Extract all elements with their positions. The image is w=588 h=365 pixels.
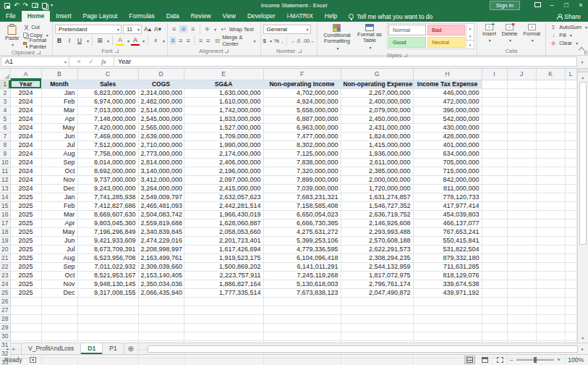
cell-G19[interactable]: 2,570,608,188	[341, 236, 413, 245]
cell-F23[interactable]: 7,245,119,268	[263, 271, 341, 280]
cell-G27[interactable]	[341, 306, 413, 314]
cell-J14[interactable]	[507, 193, 536, 201]
cell-I13[interactable]	[482, 184, 507, 193]
cell-H27[interactable]	[413, 306, 482, 314]
cell-A27[interactable]	[10, 306, 41, 314]
cell-D8[interactable]: 2,710,000,000	[138, 140, 184, 149]
row-header-21[interactable]: 21	[0, 253, 10, 262]
dialog-launcher-icon[interactable]	[115, 49, 119, 53]
cell-K11[interactable]	[536, 167, 565, 175]
cell-E2[interactable]: 1,630,000,000	[184, 88, 263, 97]
cell-K1[interactable]	[536, 80, 565, 88]
cell-A23[interactable]: 2025	[10, 271, 41, 280]
cell-J6[interactable]	[507, 123, 536, 132]
cell-F1[interactable]: Non-operating Income	[263, 80, 341, 88]
cell-G33[interactable]	[341, 358, 413, 365]
cell-K3[interactable]	[536, 97, 565, 106]
cell-A19[interactable]: 2025	[10, 236, 41, 245]
cell-L27[interactable]	[565, 306, 576, 314]
shrink-font-button[interactable]: A▾	[153, 25, 162, 34]
row-header-10[interactable]: 10	[0, 158, 10, 167]
cell-E28[interactable]	[184, 314, 263, 323]
cell-C20[interactable]: 8,673,709,391	[77, 245, 138, 253]
ribbon-tab-developer[interactable]: Developer	[242, 11, 281, 22]
cell-F2[interactable]: 4,702,000,000	[263, 88, 341, 97]
select-all-corner[interactable]	[0, 69, 10, 80]
cell-F4[interactable]: 5,658,000,000	[263, 106, 341, 114]
cell-H21[interactable]: 879,332,180	[413, 253, 482, 262]
cell-C14[interactable]: 7,741,285,938	[77, 193, 138, 201]
cell-L14[interactable]	[565, 193, 576, 201]
column-header-F[interactable]: F	[263, 69, 341, 80]
cell-A10[interactable]: 2024	[10, 158, 41, 167]
cell-D13[interactable]: 3,264,000,000	[138, 184, 184, 193]
top-align-icon[interactable]: ≡	[170, 25, 178, 33]
cell-K15[interactable]	[536, 201, 565, 210]
align-right-icon[interactable]: ≡	[185, 37, 191, 44]
cell-L5[interactable]	[565, 114, 576, 123]
sheet-tab-p1[interactable]: P1	[103, 343, 124, 354]
cell-E13[interactable]: 2,415,000,000	[184, 184, 263, 193]
cell-A26[interactable]	[10, 297, 41, 306]
format-as-table-button[interactable]: Format as Table	[354, 23, 385, 51]
cell-J11[interactable]	[507, 167, 536, 175]
cell-A14[interactable]: 2025	[10, 193, 41, 201]
gallery-up-icon[interactable]: ▴	[466, 24, 474, 32]
cell-L30[interactable]	[565, 332, 576, 340]
cell-I30[interactable]	[482, 332, 507, 340]
cell-G26[interactable]	[341, 297, 413, 306]
cell-L4[interactable]	[565, 106, 576, 114]
cell-F20[interactable]: 4,779,336,595	[263, 245, 341, 253]
scroll-down-icon[interactable]: ▾	[578, 333, 588, 343]
cell-E25[interactable]: 1,777,335,514	[184, 288, 263, 297]
cell-I29[interactable]	[482, 323, 507, 332]
cell-C18[interactable]: 7,196,296,849	[77, 227, 138, 236]
cell-K2[interactable]	[536, 88, 565, 97]
dialog-launcher-icon[interactable]	[37, 51, 41, 54]
cell-F28[interactable]	[263, 314, 341, 323]
row-header-8[interactable]: 8	[0, 140, 10, 149]
cell-C17[interactable]: 9,803,045,360	[77, 219, 138, 227]
row-header-17[interactable]: 17	[0, 219, 10, 227]
cell-B12[interactable]: Nov	[41, 175, 77, 184]
cell-A29[interactable]	[10, 323, 41, 332]
macro-record-icon[interactable]	[30, 357, 36, 363]
cell-A28[interactable]	[10, 314, 41, 323]
cell-B14[interactable]: Jan	[41, 193, 77, 201]
cell-H13[interactable]: 811,000,000	[413, 184, 482, 193]
merge-center-button[interactable]: ⊟Merge & Center	[213, 34, 258, 47]
autosum-button[interactable]: ΣAutoSum	[548, 23, 588, 31]
grow-font-button[interactable]: A▴	[143, 25, 152, 34]
cell-D20[interactable]: 2,208,998,997	[138, 245, 184, 253]
cell-D33[interactable]	[138, 358, 184, 365]
zoom-level[interactable]: 100%	[565, 356, 584, 364]
cell-C19[interactable]: 9,421,933,609	[77, 236, 138, 245]
cell-L28[interactable]	[565, 314, 576, 323]
cell-G3[interactable]: 2,400,000,000	[341, 97, 413, 106]
fill-button[interactable]: ↓Fill	[548, 31, 588, 39]
dialog-launcher-icon[interactable]	[225, 49, 229, 53]
cell-L29[interactable]	[565, 323, 576, 332]
cell-K9[interactable]	[536, 149, 565, 158]
cell-F24[interactable]: 5,130,618,003	[263, 280, 341, 288]
cell-H30[interactable]	[413, 332, 482, 340]
cell-J30[interactable]	[507, 332, 536, 340]
row-header-5[interactable]: 5	[0, 114, 10, 123]
bottom-align-icon[interactable]: ≡	[189, 25, 197, 33]
cell-D11[interactable]: 3,140,000,000	[138, 167, 184, 175]
cell-K26[interactable]	[536, 297, 565, 306]
clear-button[interactable]: ◆Clear	[548, 39, 588, 47]
row-header-13[interactable]: 13	[0, 184, 10, 193]
cell-J10[interactable]	[507, 158, 536, 167]
cell-J28[interactable]	[507, 314, 536, 323]
cell-G30[interactable]	[341, 332, 413, 340]
cell-A25[interactable]: 2025	[10, 288, 41, 297]
row-header-26[interactable]: 26	[0, 297, 10, 306]
cell-D30[interactable]	[138, 332, 184, 340]
cell-H10[interactable]: 705,000,000	[413, 158, 482, 167]
row-header-2[interactable]: 2	[0, 88, 10, 97]
cell-E24[interactable]: 1,886,827,164	[184, 280, 263, 288]
cell-C24[interactable]: 9,948,130,145	[77, 280, 138, 288]
cell-C6[interactable]: 7,420,000,000	[77, 123, 138, 132]
cell-J13[interactable]	[507, 184, 536, 193]
